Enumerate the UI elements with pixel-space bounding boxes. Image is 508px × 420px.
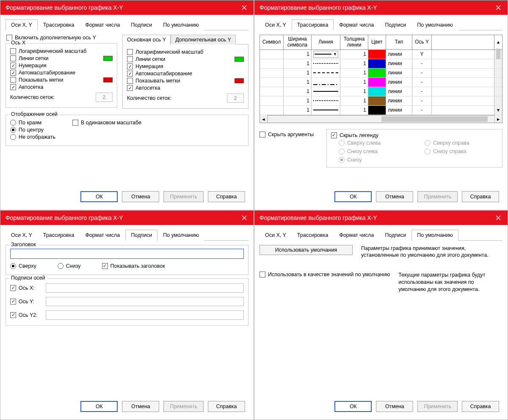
tab-labels[interactable]: Подписи [125, 230, 157, 241]
cell-symbol[interactable] [260, 87, 284, 96]
y-gridlines-checkbox[interactable]: Линии сетки [127, 56, 166, 62]
titlebar[interactable]: Форматирование выбранного графика X-Y [254, 0, 508, 15]
titlebar[interactable]: Форматирование выбранного графика X-Y [0, 211, 254, 225]
close-icon[interactable] [235, 211, 254, 225]
col-type[interactable]: Тип [386, 35, 412, 50]
x-marks-color-swatch[interactable] [103, 77, 113, 82]
show-title-checkbox[interactable]: Показывать заголовок [102, 263, 165, 269]
table-row[interactable]: 11линии- [260, 96, 502, 106]
cell-line[interactable] [312, 59, 340, 69]
subtab-main-y[interactable]: Основная ось Y [122, 35, 171, 44]
line-combo[interactable]: ▼ [313, 51, 338, 58]
cell-symwidth[interactable]: 1 [284, 78, 312, 87]
table-row[interactable]: 11линии- [260, 69, 502, 78]
cell-line[interactable] [312, 69, 340, 78]
y-grid-color-swatch[interactable] [235, 57, 244, 62]
cell-type[interactable]: линии [386, 50, 412, 59]
y-showmarks-checkbox[interactable]: Показывать метки [127, 78, 180, 84]
vscroll-track[interactable] [494, 69, 502, 78]
axis-y-enable-checkbox[interactable]: Ось Y: [10, 299, 40, 305]
cell-symbol[interactable] [260, 50, 284, 59]
ok-button[interactable]: ОК [80, 401, 118, 412]
cell-color[interactable] [368, 96, 386, 106]
axis-display-none-radio[interactable]: Не отображать [10, 134, 55, 140]
tab-trace[interactable]: Трассировка [292, 19, 334, 30]
tab-axes[interactable]: Оси X, Y [260, 230, 292, 241]
cell-color[interactable] [368, 50, 386, 59]
help-button[interactable]: Справка [462, 401, 499, 412]
titlebar[interactable]: Форматирование выбранного графика X-Y [254, 211, 508, 225]
vscroll-track[interactable] [494, 50, 502, 59]
cell-color[interactable] [368, 106, 386, 115]
help-button[interactable]: Справка [208, 191, 245, 202]
help-button[interactable]: Справка [462, 191, 499, 202]
table-row[interactable]: 11линии- [260, 78, 502, 87]
table-row[interactable]: 11линии-▾ [260, 106, 502, 115]
cell-symbol[interactable] [260, 69, 284, 78]
y-numbering-checkbox[interactable]: Нумерация [127, 63, 163, 69]
x-autoscale-checkbox[interactable]: Автомасштабирование [10, 70, 75, 76]
axis-x-enable-checkbox[interactable]: Ось X: [10, 285, 40, 291]
tab-defaults[interactable]: По умолчанию [411, 19, 458, 30]
cell-symbol[interactable] [260, 78, 284, 87]
col-thickness[interactable]: Толщина линии [340, 35, 368, 50]
tab-trace[interactable]: Трассировка [38, 230, 80, 241]
tab-axes[interactable]: Оси X, Y [6, 19, 38, 30]
vscroll-track[interactable]: ▾ [494, 106, 502, 115]
ok-button[interactable]: ОК [334, 191, 372, 202]
y-autogrid-checkbox[interactable]: Автосетка [127, 85, 160, 91]
cell-axisy[interactable]: - [412, 59, 432, 69]
col-axisy[interactable]: Ось Y [412, 35, 432, 50]
x-grid-color-swatch[interactable] [103, 56, 113, 61]
subtab-sec-y[interactable]: Дополнительная ось Y [171, 35, 236, 44]
same-scale-checkbox[interactable]: В одинаковом масштабе [72, 120, 141, 126]
hscroll-right-icon[interactable]: ▸ [494, 115, 502, 123]
ok-button[interactable]: ОК [334, 401, 372, 412]
cell-thickness[interactable]: 1 [340, 96, 368, 106]
x-showmarks-checkbox[interactable]: Показывать метки [10, 77, 63, 83]
vscroll-track[interactable] [494, 96, 502, 106]
cell-symbol[interactable] [260, 96, 284, 106]
cancel-button[interactable]: Отмена [376, 401, 413, 412]
hscroll-thumb[interactable] [381, 116, 488, 122]
cell-thickness[interactable]: 1 [340, 78, 368, 87]
x-numbering-checkbox[interactable]: Нумерация [10, 63, 47, 69]
cell-line[interactable]: ▼ [312, 50, 340, 59]
axis-display-center-radio[interactable]: По центру [10, 127, 44, 133]
table-row[interactable]: 11линии- [260, 87, 502, 96]
cell-type[interactable]: линии [386, 87, 412, 96]
axis-display-edges-radio[interactable]: По краям [10, 120, 41, 126]
vscroll-up-icon[interactable]: ▴ [494, 35, 502, 50]
x-grid-count-field[interactable]: 2 [96, 93, 113, 102]
cell-type[interactable]: линии [386, 106, 412, 115]
table-row[interactable]: 1▼1линииY [260, 50, 502, 59]
help-button[interactable]: Справка [208, 401, 245, 412]
cell-color[interactable] [368, 59, 386, 69]
close-icon[interactable] [489, 211, 508, 225]
cell-symbol[interactable] [260, 59, 284, 69]
cell-line[interactable] [312, 87, 340, 96]
close-icon[interactable] [489, 0, 508, 15]
cell-line[interactable] [312, 106, 340, 115]
tab-labels[interactable]: Подписи [379, 230, 411, 241]
cell-type[interactable]: линии [386, 78, 412, 87]
cell-symbol[interactable] [260, 106, 284, 115]
title-top-radio[interactable]: Сверху [10, 263, 36, 269]
tab-axes[interactable]: Оси X, Y [6, 230, 38, 241]
cell-symwidth[interactable]: 1 [284, 50, 312, 59]
hide-args-checkbox[interactable]: Скрыть аргументы [260, 132, 314, 137]
cell-symwidth[interactable]: 1 [284, 87, 312, 96]
col-line[interactable]: Линия [312, 35, 340, 50]
titlebar[interactable]: Форматирование выбранного графика X-Y [0, 0, 254, 15]
title-bottom-radio[interactable]: Снизу [58, 263, 81, 269]
vscroll-track[interactable] [494, 87, 502, 96]
col-color[interactable]: Цвет [368, 35, 386, 50]
cancel-button[interactable]: Отмена [122, 401, 159, 412]
cell-axisy[interactable]: - [412, 87, 432, 96]
cancel-button[interactable]: Отмена [122, 191, 159, 202]
cell-color[interactable] [368, 69, 386, 78]
cell-line[interactable] [312, 78, 340, 87]
cell-color[interactable] [368, 78, 386, 87]
vscroll-track[interactable] [494, 59, 502, 69]
cell-symwidth[interactable]: 1 [284, 59, 312, 69]
